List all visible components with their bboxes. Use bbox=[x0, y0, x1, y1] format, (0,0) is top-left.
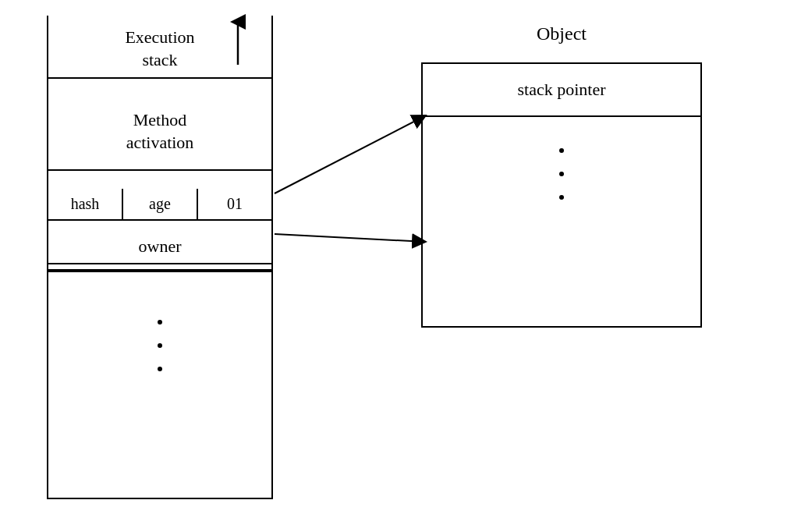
obj-dot-3 bbox=[559, 195, 564, 200]
method-activation: Method activation bbox=[48, 94, 271, 171]
dot-1 bbox=[158, 320, 162, 325]
obj-dot-1 bbox=[559, 148, 564, 153]
owner-row: owner bbox=[48, 230, 271, 264]
stack-pointer-row: stack pointer bbox=[423, 64, 700, 117]
svg-line-4 bbox=[275, 115, 426, 193]
stack-title: Execution stack bbox=[125, 27, 194, 69]
fields-row: hash age 01 bbox=[48, 189, 271, 221]
object-box: stack pointer bbox=[421, 62, 702, 328]
dot-2 bbox=[158, 343, 162, 348]
up-arrow bbox=[226, 14, 250, 69]
stack-dots bbox=[48, 320, 271, 371]
object-title: Object bbox=[421, 23, 702, 44]
01-field: 01 bbox=[198, 189, 271, 219]
obj-dot-2 bbox=[559, 172, 564, 176]
execution-stack: Execution stack Method activation hash a… bbox=[47, 16, 273, 499]
dot-3 bbox=[158, 367, 162, 371]
age-field: age bbox=[123, 189, 198, 219]
svg-line-5 bbox=[275, 234, 426, 242]
diagram: Execution stack Method activation hash a… bbox=[0, 0, 794, 532]
object-dots bbox=[423, 117, 700, 200]
hash-field: hash bbox=[48, 189, 123, 219]
stack-separator bbox=[48, 269, 271, 272]
